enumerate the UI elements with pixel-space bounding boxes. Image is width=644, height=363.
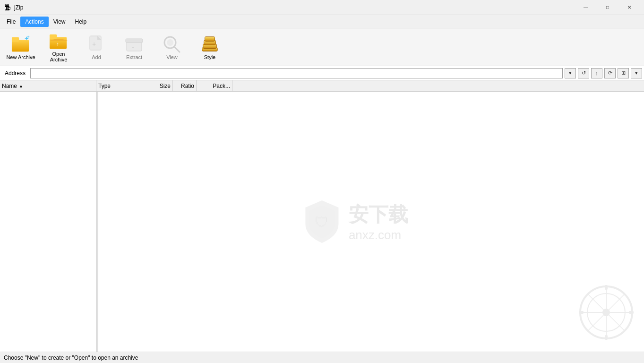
- main-content: 🛡 安下载 anxz.com: [0, 92, 644, 352]
- address-bar: Address ▾ ↺ ↑ ⟳ ⊞ ▾: [0, 66, 644, 80]
- extract-button[interactable]: ↓ Extract: [117, 31, 151, 63]
- new-archive-button[interactable]: ✦ ✦ New Archive: [4, 31, 38, 63]
- address-dropdown-button[interactable]: ▾: [565, 68, 576, 78]
- add-icon: +: [87, 35, 106, 53]
- svg-text:✦: ✦: [26, 35, 30, 39]
- title-bar-text: jZip: [14, 4, 575, 11]
- svg-text:+: +: [92, 40, 96, 48]
- watermark: 🛡 安下载 anxz.com: [301, 198, 408, 245]
- new-archive-icon: ✦ ✦: [11, 35, 30, 53]
- col-header-pack[interactable]: Pack...: [197, 80, 232, 91]
- new-archive-label: New Archive: [6, 54, 35, 60]
- app-icon: 🗜: [4, 4, 11, 11]
- svg-text:↓: ↓: [131, 42, 135, 50]
- watermark-url: anxz.com: [349, 228, 408, 242]
- style-icon: [200, 35, 219, 53]
- col-header-ratio[interactable]: Ratio: [173, 80, 197, 91]
- toolbar: ✦ ✦ New Archive: [0, 28, 644, 66]
- address-input[interactable]: [30, 68, 563, 78]
- menu-item-actions[interactable]: Actions: [20, 17, 48, 27]
- view-icon: [163, 35, 181, 53]
- menu-item-view[interactable]: View: [49, 17, 70, 27]
- status-bar: Choose "New" to create or "Open" to open…: [0, 352, 644, 363]
- watermark-chinese: 安下载: [349, 201, 408, 228]
- title-bar: 🗜 jZip — □ ✕: [0, 0, 644, 15]
- svg-text:↑: ↑: [56, 41, 59, 47]
- address-more-button[interactable]: ▾: [631, 68, 642, 78]
- title-bar-controls: — □ ✕: [575, 0, 640, 15]
- style-button[interactable]: Style: [193, 31, 227, 63]
- col-header-type[interactable]: Type: [96, 80, 133, 91]
- menu-item-help[interactable]: Help: [70, 17, 92, 27]
- view-button[interactable]: View: [155, 31, 189, 63]
- svg-rect-5: [50, 34, 57, 39]
- menu-item-file[interactable]: File: [2, 17, 20, 27]
- maximize-button[interactable]: □: [597, 0, 618, 15]
- view-label: View: [166, 54, 178, 60]
- address-back-button[interactable]: ↺: [578, 68, 589, 78]
- status-text: Choose "New" to create or "Open" to open…: [4, 354, 138, 361]
- address-refresh-button[interactable]: ⟳: [604, 68, 616, 78]
- add-button[interactable]: + Add: [79, 31, 113, 63]
- address-label: Address: [2, 70, 28, 77]
- open-archive-label: Open Archive: [44, 51, 73, 62]
- svg-rect-1: [12, 37, 19, 42]
- extract-icon: ↓: [125, 35, 144, 53]
- svg-rect-18: [205, 36, 215, 41]
- watermark-logo-icon: 🛡: [301, 198, 343, 245]
- right-panel: 🛡 安下载 anxz.com: [98, 92, 644, 352]
- watermark-text-block: 安下载 anxz.com: [349, 201, 408, 242]
- svg-line-13: [174, 47, 180, 52]
- style-label: Style: [204, 54, 215, 60]
- left-panel: [0, 92, 96, 352]
- address-up-button[interactable]: ↑: [591, 68, 602, 78]
- menu-bar: File Actions View Help: [0, 15, 644, 28]
- address-view-button[interactable]: ⊞: [618, 68, 629, 78]
- col-header-size[interactable]: Size: [133, 80, 173, 91]
- svg-text:🛡: 🛡: [315, 215, 329, 230]
- minimize-button[interactable]: —: [575, 0, 597, 15]
- column-headers: Name ▲ Type Size Ratio Pack...: [0, 80, 644, 92]
- extract-label: Extract: [126, 54, 142, 60]
- open-archive-icon: ↑: [49, 32, 68, 50]
- add-label: Add: [92, 54, 101, 60]
- open-archive-button[interactable]: ↑ Open Archive: [42, 31, 76, 63]
- close-button[interactable]: ✕: [618, 0, 640, 15]
- col-header-name[interactable]: Name ▲: [0, 80, 96, 91]
- svg-point-14: [167, 39, 173, 46]
